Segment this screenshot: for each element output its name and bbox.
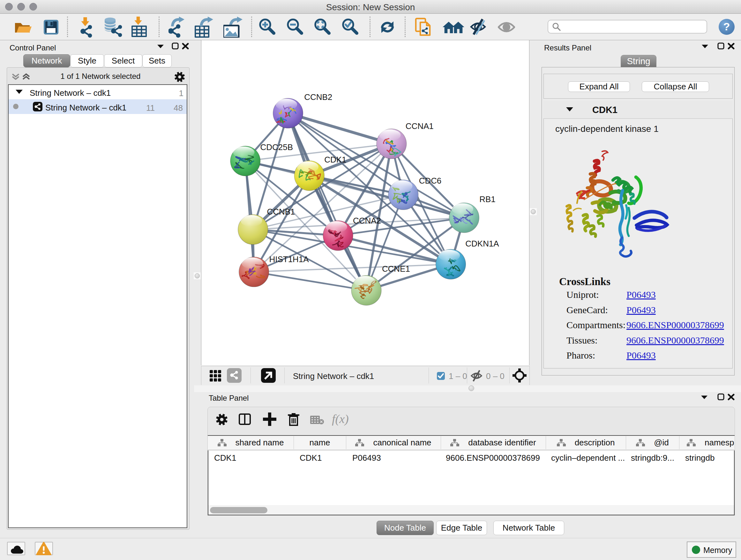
svg-text:CCNB2: CCNB2 [304, 92, 332, 102]
svg-text:CCNE1: CCNE1 [382, 264, 410, 273]
svg-text:CCNA2: CCNA2 [353, 216, 381, 225]
svg-text:RB1: RB1 [479, 195, 495, 204]
svg-text:CDC6: CDC6 [419, 176, 442, 185]
svg-text:CCNB1: CCNB1 [267, 207, 295, 216]
svg-text:HIST1H1A: HIST1H1A [269, 255, 309, 264]
svg-text:CDC25B: CDC25B [260, 143, 293, 152]
svg-text:CDK1: CDK1 [324, 155, 346, 164]
svg-text:CDKN1A: CDKN1A [465, 239, 499, 248]
svg-text:CCNA1: CCNA1 [406, 122, 434, 131]
